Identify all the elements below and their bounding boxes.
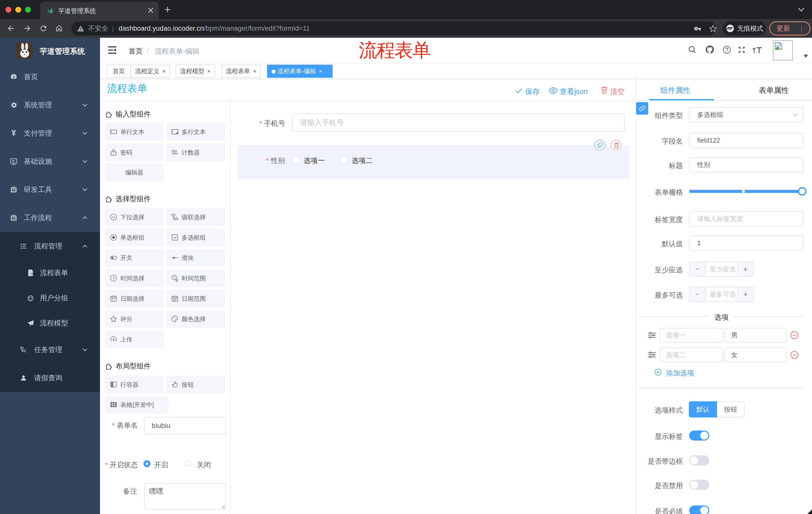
svg-text:123: 123 (171, 150, 177, 153)
